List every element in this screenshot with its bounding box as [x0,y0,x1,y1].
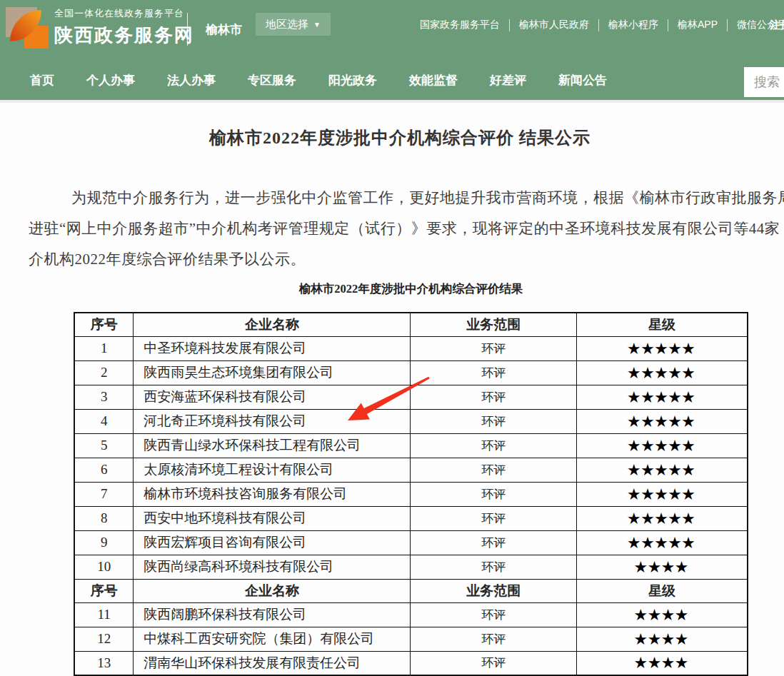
row-name: 榆林市环境科技咨询服务有限公司 [134,482,411,506]
nav-item-rating[interactable]: 好差评 [490,72,526,89]
paragraph-line: 进驻“网上中介服务超市”中介机构考评管理规定（试行）》要求，现将评定的中圣环境科… [29,213,784,244]
row-stars: ★★★★★ [576,530,748,555]
nav-item-home[interactable]: 首页 [30,72,54,89]
row-stars: ★★★★★ [576,506,748,530]
table-row: 10 陕西尚绿高科环境科技有限公司 环评 ★★★★ [74,555,748,579]
row-seq: 8 [74,506,134,530]
row-scope: 环评 [411,336,576,360]
row-seq: 11 [74,602,134,627]
col-header-seq: 序号 [74,313,134,336]
row-scope: 环评 [411,555,576,579]
paragraph-line: 为规范中介服务行为，进一步强化中介监管工作，更好地提升我市营商环境，根据《榆林市… [29,183,784,213]
row-stars: ★★★★★ [576,433,748,458]
link-city-government[interactable]: 榆林市人民政府 [510,19,598,31]
row-seq: 7 [74,482,134,506]
row-scope: 环评 [411,651,576,675]
row-seq: 5 [74,433,134,458]
table-row: 8 西安中地环境科技有限公司 环评 ★★★★★ [74,506,748,530]
row-name: 陕西雨昊生态环境集团有限公司 [134,360,411,385]
article-content: 榆林市2022年度涉批中介机构综合评价 结果公示 为规范中介服务行为，进一步强化… [0,100,784,676]
page: 全国一体化在线政务服务平台 陕西政务服务网 榆林市 地区选择 ▼ 国家政务服务平… [0,0,784,676]
row-seq: 13 [74,651,134,675]
register-link[interactable]: 注册 [770,19,784,32]
nav-item-personal[interactable]: 个人办事 [86,72,135,89]
col-header-scope: 业务范围 [411,579,576,602]
paragraph-line: 介机构2022年度综合评价结果予以公示。 [29,244,784,275]
col-header-name: 企业名称 [134,579,411,602]
row-stars: ★★★★★ [576,360,748,385]
table-row: 12 中煤科工西安研究院（集团）有限公司 环评 ★★★★ [74,627,748,651]
site-header: 全国一体化在线政务服务平台 陕西政务服务网 榆林市 地区选择 ▼ 国家政务服务平… [0,0,784,61]
row-name: 西安中地环境科技有限公司 [134,506,411,530]
page-title: 榆林市2022年度涉批中介机构综合评价 结果公示 [0,126,784,149]
table-row-highlighted: 4 河北奇正环境科技有限公司 环评 ★★★★★ [74,409,748,433]
table-header-row: 序号 企业名称 业务范围 星级 [74,313,748,336]
table-row: 6 太原核清环境工程设计有限公司 环评 ★★★★★ [74,458,748,482]
row-name: 渭南华山环保科技发展有限责任公司 [134,651,411,675]
row-stars: ★★★★★ [576,385,748,409]
row-seq: 9 [74,530,134,555]
site-name: 陕西政务服务网 [54,23,194,48]
nav-item-sunshine-gov[interactable]: 阳光政务 [328,72,377,89]
row-scope: 环评 [411,433,576,458]
nav-item-zone-services[interactable]: 专区服务 [248,72,296,89]
col-header-star: 星级 [576,313,748,336]
row-scope: 环评 [411,530,576,555]
row-scope: 环评 [411,385,576,409]
top-links: 国家政务服务平台 榆林市人民政府 榆林小程序 榆林APP 微信公众号 [411,19,784,31]
row-seq: 1 [74,336,134,360]
row-scope: 环评 [411,482,576,506]
nav-item-legal-entity[interactable]: 法人办事 [167,72,216,89]
row-seq: 10 [74,555,134,579]
table-row: 3 西安海蓝环保科技有限公司 环评 ★★★★★ [74,385,748,409]
main-nav: 首页 个人办事 法人办事 专区服务 阳光政务 效能监督 好差评 新闻公告 [0,61,784,100]
row-scope: 环评 [411,458,576,482]
row-name: 西安海蓝环保科技有限公司 [134,385,411,409]
row-name: 河北奇正环境科技有限公司 [134,409,411,433]
link-app[interactable]: 榆林APP [668,19,727,31]
row-name: 中煤科工西安研究院（集团）有限公司 [134,627,411,651]
row-scope: 环评 [411,409,576,433]
row-stars: ★★★★★ [576,409,748,433]
row-seq: 12 [74,627,134,651]
row-name: 陕西宏辉项目咨询有限公司 [134,530,411,555]
region-select-label: 地区选择 [266,18,308,31]
search-input[interactable] [744,67,784,97]
row-seq: 3 [74,385,134,409]
table-row: 7 榆林市环境科技咨询服务有限公司 环评 ★★★★★ [74,482,748,506]
evaluation-results-table: 序号 企业名称 业务范围 星级 1 中圣环境科技发展有限公司 环评 ★★★★★ … [74,312,748,676]
row-name: 中圣环境科技发展有限公司 [134,336,411,360]
platform-subtitle: 全国一体化在线政务服务平台 [54,7,194,20]
nav-item-news[interactable]: 新闻公告 [558,72,607,89]
row-stars: ★★★★ [576,651,748,675]
announcement-paragraph: 为规范中介服务行为，进一步强化中介监管工作，更好地提升我市营商环境，根据《榆林市… [29,183,784,275]
nav-item-efficiency[interactable]: 效能监督 [409,72,458,89]
table-header-row-repeat: 序号 企业名称 业务范围 星级 [74,579,748,602]
col-header-name: 企业名称 [134,313,411,336]
nav-list: 首页 个人办事 法人办事 专区服务 阳光政务 效能监督 好差评 新闻公告 [30,61,607,100]
row-name: 陕西尚绿高科环境科技有限公司 [134,555,411,579]
region-select-button[interactable]: 地区选择 ▼ [256,13,331,36]
brand-divider [187,13,188,46]
row-seq: 6 [74,458,134,482]
row-seq: 2 [74,360,134,385]
site-logo-icon[interactable] [6,6,49,50]
table-row: 1 中圣环境科技发展有限公司 环评 ★★★★★ [74,336,748,360]
row-stars: ★★★★ [576,602,748,627]
link-national-platform[interactable]: 国家政务服务平台 [411,19,509,31]
link-mini-program[interactable]: 榆林小程序 [599,19,668,31]
table-row: 11 陕西阔鹏环保科技有限公司 环评 ★★★★ [74,602,748,627]
table-row: 13 渭南华山环保科技发展有限责任公司 环评 ★★★★ [74,651,748,675]
table-row: 2 陕西雨昊生态环境集团有限公司 环评 ★★★★★ [74,360,748,385]
row-scope: 环评 [411,506,576,530]
table-row: 5 陕西青山绿水环保科技工程有限公司 环评 ★★★★★ [74,433,748,458]
chevron-down-icon: ▼ [313,21,321,29]
table-caption: 榆林市2022年度涉批中介机构综合评价结果 [74,281,748,297]
row-stars: ★★★★★ [576,482,748,506]
row-scope: 环评 [411,627,576,651]
col-header-star: 星级 [576,579,748,602]
brand-text[interactable]: 全国一体化在线政务服务平台 陕西政务服务网 [54,7,194,48]
row-stars: ★★★★★ [576,458,748,482]
row-scope: 环评 [411,602,576,627]
row-name: 陕西青山绿水环保科技工程有限公司 [134,433,411,458]
